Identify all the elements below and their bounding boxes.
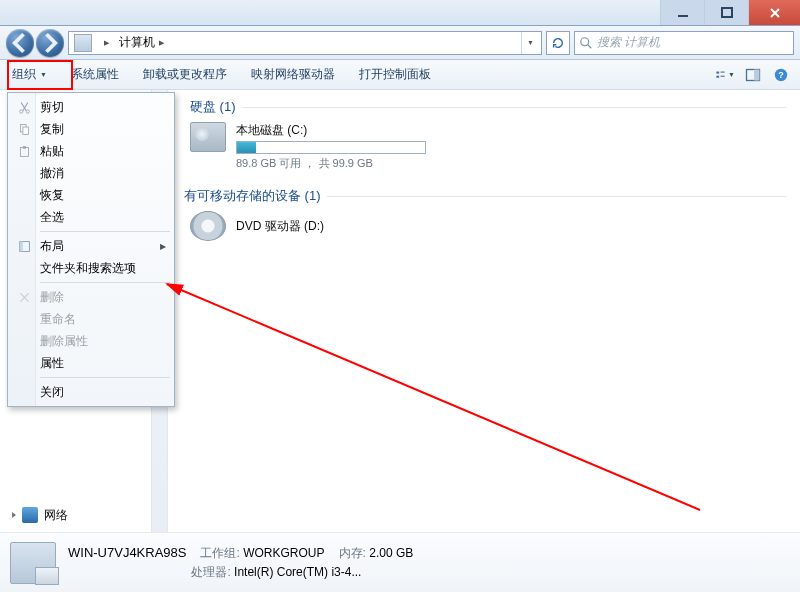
dvd-drive-icon	[190, 211, 226, 241]
delete-icon	[16, 289, 32, 305]
svg-rect-14	[22, 127, 28, 134]
expand-icon[interactable]	[12, 512, 16, 518]
group-label: 有可移动存储的设备 (1)	[184, 187, 321, 205]
menu-item-folder-search-options[interactable]: 文件夹和搜索选项	[10, 257, 172, 279]
hard-drive-icon	[190, 122, 226, 152]
refresh-button[interactable]	[546, 31, 570, 55]
submenu-arrow-icon: ▶	[160, 242, 166, 251]
workgroup-label: 工作组:	[200, 546, 239, 560]
drive-name: DVD 驱动器 (D:)	[236, 218, 324, 235]
memory-value: 2.00 GB	[369, 546, 413, 560]
breadcrumb-computer[interactable]: 计算机 ▶	[114, 32, 169, 54]
capacity-text: 89.8 GB 可用 ， 共 99.9 GB	[236, 156, 426, 171]
toolbar-system-properties[interactable]: 系统属性	[59, 60, 131, 89]
menu-item-layout[interactable]: 布局 ▶	[10, 235, 172, 257]
address-bar[interactable]: ▶ 计算机 ▶ ▼	[68, 31, 542, 55]
search-icon	[579, 36, 593, 50]
menu-item-delete: 删除	[10, 286, 172, 308]
drive-item-d[interactable]: DVD 驱动器 (D:)	[190, 211, 786, 241]
organize-menu-button[interactable]: 组织▼	[0, 60, 59, 89]
group-header-hdd[interactable]: 硬盘 (1)	[184, 98, 786, 116]
tree-node-network[interactable]: 网络	[0, 504, 167, 526]
address-dropdown[interactable]: ▼	[521, 32, 539, 54]
svg-point-11	[19, 109, 22, 112]
paste-icon	[16, 143, 32, 159]
preview-pane-button[interactable]	[742, 64, 764, 86]
layout-icon	[16, 238, 32, 254]
toolbar-uninstall-change[interactable]: 卸载或更改程序	[131, 60, 239, 89]
menu-item-undo[interactable]: 撤消	[10, 162, 172, 184]
copy-icon	[16, 121, 32, 137]
svg-rect-3	[716, 71, 719, 73]
cut-icon	[16, 99, 32, 115]
network-icon	[22, 507, 38, 523]
window-minimize-button[interactable]	[660, 0, 704, 25]
menu-item-rename: 重命名	[10, 308, 172, 330]
toolbar-open-control-panel[interactable]: 打开控制面板	[347, 60, 443, 89]
nav-forward-button[interactable]	[36, 29, 64, 57]
menu-item-copy[interactable]: 复制	[10, 118, 172, 140]
memory-label: 内存:	[339, 546, 366, 560]
drive-item-c[interactable]: 本地磁盘 (C:) 89.8 GB 可用 ， 共 99.9 GB	[190, 122, 786, 171]
window-titlebar	[0, 0, 800, 26]
nav-back-button[interactable]	[6, 29, 34, 57]
svg-point-2	[581, 37, 589, 45]
window-maximize-button[interactable]	[704, 0, 748, 25]
hostname: WIN-U7VJ4KRA98S	[68, 545, 186, 560]
computer-icon	[74, 34, 92, 52]
svg-rect-15	[20, 147, 28, 156]
capacity-bar	[236, 141, 426, 154]
view-options-button[interactable]: ▼	[714, 64, 736, 86]
organize-label: 组织	[12, 66, 36, 83]
search-input[interactable]: 搜索 计算机	[574, 31, 794, 55]
search-placeholder: 搜索 计算机	[597, 34, 660, 51]
svg-rect-4	[716, 75, 719, 77]
menu-item-redo[interactable]: 恢复	[10, 184, 172, 206]
menu-item-cut[interactable]: 剪切	[10, 96, 172, 118]
workgroup-value: WORKGROUP	[243, 546, 324, 560]
details-pane: WIN-U7VJ4KRA98S 工作组: WORKGROUP 内存: 2.00 …	[0, 532, 800, 592]
tree-label: 网络	[44, 507, 68, 524]
command-bar: 组织▼ 系统属性 卸载或更改程序 映射网络驱动器 打开控制面板 ▼ ?	[0, 60, 800, 90]
toolbar-map-network-drive[interactable]: 映射网络驱动器	[239, 60, 347, 89]
menu-item-paste[interactable]: 粘贴	[10, 140, 172, 162]
menu-item-close[interactable]: 关闭	[10, 381, 172, 403]
drive-name: 本地磁盘 (C:)	[236, 122, 426, 139]
navigation-bar: ▶ 计算机 ▶ ▼ 搜索 计算机	[0, 26, 800, 60]
breadcrumb-label: 计算机	[119, 34, 155, 51]
help-button[interactable]: ?	[770, 64, 792, 86]
svg-rect-18	[19, 241, 22, 251]
cpu-value: Intel(R) Core(TM) i3-4...	[234, 565, 361, 579]
organize-dropdown-menu: 剪切 复制 粘贴 撤消 恢复 全选 布局 ▶ 文件夹和搜索选项 删除 重命名 删	[7, 92, 175, 407]
svg-text:?: ?	[778, 70, 784, 80]
svg-rect-1	[722, 8, 732, 17]
main-panel: 硬盘 (1) 本地磁盘 (C:) 89.8 GB 可用 ， 共 99.9 GB …	[168, 90, 800, 532]
group-label: 硬盘 (1)	[190, 98, 236, 116]
svg-point-12	[26, 109, 29, 112]
breadcrumb-root[interactable]: ▶	[95, 32, 114, 54]
menu-item-remove-properties: 删除属性	[10, 330, 172, 352]
svg-rect-8	[754, 69, 760, 80]
menu-item-select-all[interactable]: 全选	[10, 206, 172, 228]
cpu-label: 处理器:	[191, 565, 230, 579]
window-close-button[interactable]	[748, 0, 800, 25]
svg-rect-16	[22, 146, 25, 148]
svg-rect-5	[721, 71, 725, 72]
menu-item-properties[interactable]: 属性	[10, 352, 172, 374]
computer-large-icon	[10, 542, 56, 584]
svg-rect-0	[678, 15, 688, 17]
svg-rect-6	[721, 75, 725, 76]
group-header-removable[interactable]: 有可移动存储的设备 (1)	[184, 187, 786, 205]
